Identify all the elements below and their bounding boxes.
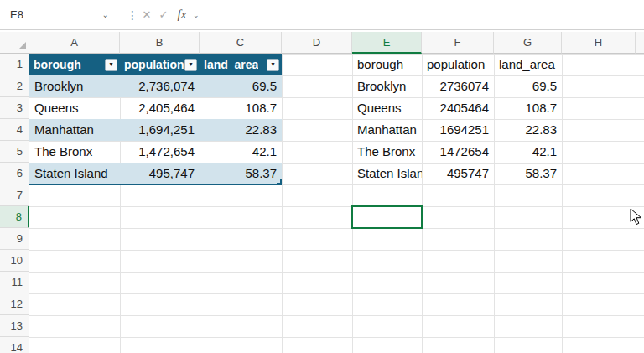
row-header-3[interactable]: 3 (0, 97, 29, 119)
table-row: Manhattan 1,694,251 22.83 (29, 119, 282, 141)
table-header-population[interactable]: population ▾ (120, 54, 200, 75)
gridline (636, 54, 636, 353)
formula-bar: E8 ⌄ ⋮ ✕ ✓ fx ⌄ (0, 0, 644, 30)
cell[interactable]: land_area (494, 54, 562, 75)
cell[interactable]: Queens (352, 97, 422, 119)
data-row: Staten Island 495747 58.37 (352, 163, 562, 184)
table-header-borough[interactable]: borough ▾ (29, 54, 120, 75)
table-resize-handle[interactable] (277, 179, 282, 184)
data-row: borough population land_area (352, 54, 562, 75)
table-cell[interactable]: Manhattan (29, 119, 120, 141)
name-box-value: E8 (10, 8, 23, 21)
name-box-chevron-icon[interactable]: ⌄ (102, 10, 109, 19)
data-row: The Bronx 1472654 42.1 (352, 141, 562, 163)
column-header-E[interactable]: E (352, 32, 422, 54)
column-header-F[interactable]: F (422, 32, 494, 54)
data-row: Queens 2405464 108.7 (352, 97, 562, 119)
kebab-icon[interactable]: ⋮ (127, 8, 138, 22)
table-cell[interactable]: 22.83 (200, 119, 282, 141)
cell[interactable]: 58.37 (494, 163, 562, 184)
row-header-9[interactable]: 9 (0, 228, 29, 250)
table-cell[interactable]: 495,747 (120, 163, 200, 184)
table-header-label: population (124, 54, 184, 75)
cell[interactable]: Brooklyn (352, 75, 422, 97)
table-header-land-area[interactable]: land_area ▾ (200, 54, 282, 75)
confirm-icon[interactable]: ✓ (155, 8, 172, 21)
table-cell[interactable]: 1,472,654 (120, 141, 200, 163)
column-header-A[interactable]: A (29, 32, 120, 54)
filter-dropdown-icon[interactable]: ▾ (105, 59, 117, 71)
formula-bar-divider (122, 7, 122, 23)
table-cell[interactable]: 69.5 (200, 75, 282, 97)
name-box[interactable]: E8 ⌄ (0, 0, 117, 29)
cell[interactable]: 69.5 (494, 75, 562, 97)
formula-bar-expand-chevron-icon[interactable]: ⌄ (193, 11, 200, 19)
column-header-partial (636, 32, 644, 54)
row-header-10[interactable]: 10 (0, 250, 29, 272)
table-row: The Bronx 1,472,654 42.1 (29, 141, 282, 163)
table-header-row: borough ▾ population ▾ land_area ▾ (29, 54, 282, 75)
table-cell[interactable]: Queens (29, 97, 120, 119)
table-row: Brooklyn 2,736,074 69.5 (29, 75, 282, 97)
cell[interactable]: borough (352, 54, 422, 75)
row-header-12[interactable]: 12 (0, 293, 29, 315)
formatted-table: borough ▾ population ▾ land_area ▾ Brook… (29, 54, 282, 185)
plain-data-range: borough population land_area Brooklyn 27… (352, 54, 562, 184)
row-header-column: 1 2 3 4 5 6 7 8 9 10 11 12 13 14 (0, 54, 29, 353)
row-header-13[interactable]: 13 (0, 315, 29, 337)
fx-icon[interactable]: fx (172, 8, 192, 22)
select-all-corner[interactable] (0, 32, 29, 54)
table-cell[interactable]: 42.1 (200, 141, 282, 163)
column-header-row: A B C D E F G H (0, 32, 644, 54)
filter-dropdown-icon[interactable]: ▾ (267, 59, 279, 71)
filter-dropdown-icon[interactable]: ▾ (184, 59, 197, 71)
formula-input[interactable] (200, 0, 644, 29)
cancel-icon[interactable]: ✕ (138, 8, 155, 21)
select-all-triangle-icon (18, 42, 26, 49)
data-row: Brooklyn 2736074 69.5 (352, 75, 562, 97)
cell[interactable]: 42.1 (494, 141, 562, 163)
table-row: Staten Island 495,747 58.37 (29, 163, 282, 184)
row-header-7[interactable]: 7 (0, 184, 29, 206)
row-header-11[interactable]: 11 (0, 272, 29, 293)
column-header-G[interactable]: G (494, 32, 562, 54)
cell[interactable]: 22.83 (494, 119, 562, 141)
column-header-D[interactable]: D (282, 32, 352, 54)
table-cell[interactable]: Brooklyn (29, 75, 120, 97)
column-header-B[interactable]: B (120, 32, 200, 54)
gridline (282, 54, 283, 353)
cell[interactable]: population (422, 54, 494, 75)
cell[interactable]: 1472654 (422, 141, 494, 163)
row-header-4[interactable]: 4 (0, 119, 29, 141)
row-header-2[interactable]: 2 (0, 75, 29, 97)
table-cell[interactable]: 2,736,074 (120, 75, 200, 97)
row-header-1[interactable]: 1 (0, 54, 29, 75)
table-cell[interactable]: The Bronx (29, 141, 120, 163)
table-cell[interactable]: 1,694,251 (120, 119, 200, 141)
column-header-H[interactable]: H (562, 32, 636, 54)
row-header-5[interactable]: 5 (0, 141, 29, 163)
column-header-C[interactable]: C (200, 32, 282, 54)
cell[interactable]: 2405464 (422, 97, 494, 119)
data-row: Manhattan 1694251 22.83 (352, 119, 562, 141)
table-row: Queens 2,405,464 108.7 (29, 97, 282, 119)
row-header-14[interactable]: 14 (0, 337, 29, 353)
cell[interactable]: Manhattan (352, 119, 422, 141)
cell[interactable]: Staten Island (352, 163, 422, 184)
cell[interactable]: 495747 (422, 163, 494, 184)
row-header-8[interactable]: 8 (0, 206, 29, 228)
table-cell[interactable]: 2,405,464 (120, 97, 200, 119)
row-header-6[interactable]: 6 (0, 163, 29, 184)
cell[interactable]: 1694251 (422, 119, 494, 141)
table-cell[interactable]: 108.7 (200, 97, 282, 119)
cell[interactable]: 2736074 (422, 75, 494, 97)
cell[interactable]: The Bronx (352, 141, 422, 163)
table-cell[interactable]: Staten Island (29, 163, 120, 184)
table-cell[interactable]: 58.37 (200, 163, 282, 184)
cell[interactable]: 108.7 (494, 97, 562, 119)
table-header-label: land_area (204, 54, 258, 75)
gridline (562, 54, 563, 353)
table-header-label: borough (34, 54, 81, 75)
